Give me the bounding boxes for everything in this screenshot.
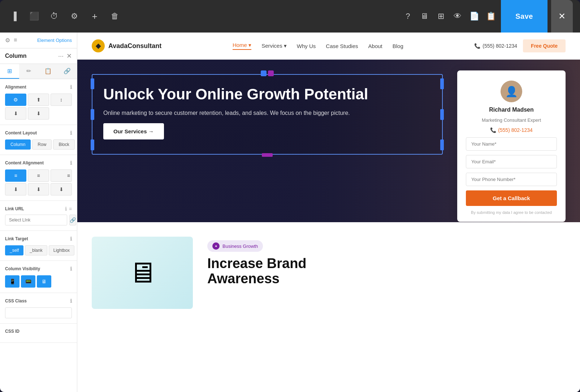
history-icon[interactable]: ⏱	[48, 10, 61, 23]
align-btn-4[interactable]: ⬇	[5, 107, 26, 120]
nav-link-why-us[interactable]: Why Us	[297, 43, 316, 49]
more-options-icon[interactable]: ···	[58, 52, 64, 60]
tab-general[interactable]: ⊞	[0, 64, 19, 79]
handle-top-right[interactable]	[440, 78, 444, 89]
list-icon[interactable]: ≡	[14, 37, 17, 44]
form-person-title: Marketing Consultant Expert	[482, 117, 541, 123]
css-class-info-icon[interactable]: ℹ	[70, 298, 72, 304]
link-url-icons: ℹ ≡	[65, 206, 72, 212]
css-class-title: CSS Class ℹ	[5, 298, 72, 304]
hero-left-column[interactable]: Unlock Your Online Growth Potential Onli…	[92, 74, 443, 155]
layout-column-btn[interactable]: Column	[5, 139, 31, 150]
nav-links: Home ▾ Services ▾ Why Us Case Studies Ab…	[233, 42, 403, 50]
content-alignment-title: Content Alignment ℹ	[5, 160, 72, 166]
content-layout-info-icon[interactable]: ℹ	[70, 130, 72, 136]
form-email-input[interactable]	[466, 155, 557, 168]
form-phone-input[interactable]	[466, 173, 557, 186]
handle-bot-left[interactable]	[91, 139, 94, 150]
form-submit-button[interactable]: Get a Callback	[466, 190, 557, 206]
css-class-input[interactable]	[5, 307, 72, 318]
page-icon[interactable]: 📄	[468, 10, 481, 23]
nav-phone: 📞 (555) 802-1234	[474, 43, 517, 49]
column-dot-blue[interactable]	[261, 70, 267, 76]
link-url-info-icon[interactable]: ℹ	[65, 206, 67, 212]
hero-heading: Unlock Your Online Growth Potential	[103, 86, 431, 103]
handle-mid-left[interactable]	[91, 109, 94, 120]
content-align-btn-2[interactable]: ≡	[28, 169, 49, 182]
form-phone-icon: 📞	[490, 127, 496, 133]
target-lightbox-btn[interactable]: Lightbox	[49, 245, 74, 255]
target-blank-btn[interactable]: _blank	[25, 245, 47, 255]
form-avatar: 👤	[501, 81, 522, 102]
illustration-icon: 🖥	[128, 256, 157, 289]
vis-mobile-btn[interactable]: 📱	[5, 275, 20, 288]
gear-icon[interactable]: ⚙	[5, 37, 10, 44]
add-icon[interactable]: +	[88, 10, 101, 23]
layer-icon[interactable]: ⬛	[27, 10, 40, 23]
content-align-btn-1[interactable]: ≡	[5, 169, 26, 182]
mid-bottom-handle[interactable]	[262, 153, 273, 157]
content-layout-section: Content Layout ℹ Column Row Block	[0, 125, 77, 155]
layout-icon[interactable]: ⊞	[434, 10, 447, 23]
handle-top-left[interactable]	[91, 78, 94, 89]
align-btn-5[interactable]: ⬇	[28, 107, 49, 120]
layout-block-btn[interactable]: Block	[53, 139, 74, 150]
link-url-input[interactable]	[5, 215, 67, 225]
form-disclaimer: By submitting my data I agree to be cont…	[471, 210, 552, 215]
css-id-section: CSS ID	[0, 324, 77, 343]
tab-link[interactable]: 🔗	[58, 64, 77, 79]
vis-tablet-btn[interactable]: 📟	[21, 275, 35, 288]
content-align-btn-6[interactable]: ⬇	[51, 183, 72, 195]
vis-desktop-btn[interactable]: 🖥	[37, 275, 51, 288]
nav-link-blog[interactable]: Blog	[393, 43, 403, 49]
col-visibility-info-icon[interactable]: ℹ	[70, 266, 72, 272]
settings-icon[interactable]: ⚙	[68, 10, 81, 23]
column-title: Column	[5, 53, 27, 59]
column-selection-dots	[261, 70, 274, 76]
desktop-icon[interactable]: 🖥	[418, 10, 431, 23]
nav-link-home[interactable]: Home ▾	[233, 42, 251, 50]
alignment-title: Alignment ℹ	[5, 84, 72, 90]
element-options-label: Element Options	[37, 38, 72, 43]
link-chain-icon[interactable]: 🔗	[69, 215, 76, 225]
align-btn-3[interactable]: ↕	[51, 94, 72, 106]
toolbar-left: ▐ ⬛ ⏱ ⚙ + 🗑	[7, 10, 121, 23]
pages-icon[interactable]: 📋	[484, 10, 497, 23]
align-btn-1[interactable]: ⚙	[5, 94, 26, 106]
content-align-btn-4[interactable]: ⬇	[5, 183, 26, 195]
help-icon[interactable]: ?	[401, 10, 414, 23]
column-dot-purple[interactable]	[268, 70, 274, 76]
nav-link-case-studies[interactable]: Case Studies	[326, 43, 358, 49]
close-button[interactable]: ✕	[551, 0, 573, 33]
delete-icon[interactable]: 🗑	[108, 10, 121, 23]
tab-extras[interactable]: 📋	[39, 64, 58, 79]
handle-bot-right[interactable]	[440, 139, 444, 150]
link-url-extra-icon[interactable]: ≡	[69, 206, 72, 212]
layout-row-btn[interactable]: Row	[32, 139, 52, 150]
align-btn-2[interactable]: ⬆	[28, 94, 49, 106]
column-title-actions: ··· ✕	[58, 52, 72, 60]
content-align-info-icon[interactable]: ℹ	[70, 160, 72, 166]
target-self-btn[interactable]: _self	[5, 245, 23, 255]
nav-link-about[interactable]: About	[368, 43, 382, 49]
design-tab-icon: ✏	[19, 68, 38, 74]
content-alignment-section: Content Alignment ℹ ≡ ≡ ≡ ⬇ ⬇ ⬇	[0, 155, 77, 201]
form-name-input[interactable]	[466, 137, 557, 151]
alignment-info-icon[interactable]: ℹ	[70, 84, 72, 90]
hero-cta-button[interactable]: Our Services →	[103, 123, 164, 139]
column-visibility-section: Column Visibility ℹ 📱 📟 🖥	[0, 261, 77, 293]
tab-design[interactable]: ✏	[19, 64, 38, 79]
panel-icon[interactable]: ▐	[7, 10, 20, 23]
css-id-title: CSS ID	[5, 329, 72, 334]
handle-mid-right[interactable]	[440, 109, 444, 120]
nav-link-services[interactable]: Services ▾	[261, 43, 287, 49]
link-target-info-icon[interactable]: ℹ	[70, 236, 72, 242]
sidebar-close-icon[interactable]: ✕	[66, 52, 72, 60]
content-align-btn-5[interactable]: ⬇	[28, 183, 49, 195]
content-align-btn-3[interactable]: ≡	[51, 169, 72, 182]
nav-phone-number: (555) 802-1234	[482, 43, 517, 49]
preview-icon[interactable]: 👁	[451, 10, 464, 23]
save-button[interactable]: Save	[501, 0, 547, 33]
free-quote-button[interactable]: Free Quote	[523, 39, 566, 52]
link-target-section: Link Target ℹ _self _blank Lightbox	[0, 231, 77, 261]
